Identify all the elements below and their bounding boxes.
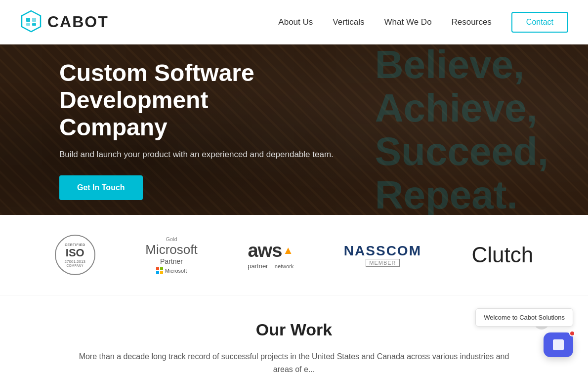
iso-main: ISO bbox=[66, 247, 84, 259]
nav-resources[interactable]: Resources bbox=[452, 17, 492, 27]
aws-logo-wrap: aws ▲ bbox=[248, 240, 294, 261]
partners-section: CERTIFIED ISO 27001:2013 COMPANY Gold Mi… bbox=[0, 215, 588, 295]
ms-sq-blue bbox=[156, 271, 159, 274]
nav-what-we-do[interactable]: What We Do bbox=[384, 17, 432, 27]
hero-section: Believe, Achieve, Succeed, Repeat. Custo… bbox=[0, 44, 588, 215]
aws-partner-text: partner network bbox=[248, 261, 294, 270]
ms-squares bbox=[156, 267, 163, 274]
chat-tooltip: Welcome to Cabot Solutions bbox=[475, 308, 573, 327]
ms-sq-green bbox=[160, 267, 163, 270]
ms-logo-row: Microsoft bbox=[156, 267, 187, 274]
ms-sq-yellow bbox=[160, 271, 163, 274]
chat-open-button[interactable] bbox=[544, 332, 573, 357]
chat-widget: Welcome to Cabot Solutions Revain bbox=[534, 311, 573, 357]
iso-partner: CERTIFIED ISO 27001:2013 COMPANY bbox=[55, 235, 95, 275]
logo-text: CABOT bbox=[47, 13, 109, 31]
aws-partner: aws ▲ partner network bbox=[248, 240, 294, 270]
logo[interactable]: CABOT bbox=[20, 10, 109, 35]
nasscom-text: NASSCOM bbox=[344, 243, 421, 259]
iso-company: COMPANY bbox=[67, 264, 84, 267]
iso-badge: CERTIFIED ISO 27001:2013 COMPANY bbox=[55, 235, 95, 275]
svg-rect-1 bbox=[26, 18, 30, 22]
svg-rect-3 bbox=[26, 23, 30, 26]
svg-rect-2 bbox=[32, 18, 36, 22]
our-work-description: More than a decade long track record of … bbox=[72, 350, 516, 372]
microsoft-partner: Gold Microsoft Partner Microsoft bbox=[145, 236, 197, 274]
hero-cta-button[interactable]: Get In Touch bbox=[59, 175, 143, 200]
nav-verticals[interactable]: Verticals bbox=[333, 17, 364, 27]
hero-subtitle: Build and launch your product with an ex… bbox=[59, 150, 371, 160]
hero-content: Custom Software Development Company Buil… bbox=[0, 59, 371, 201]
nasscom-partner: NASSCOM MEMBER bbox=[344, 243, 421, 267]
nav-links: About Us Verticals What We Do Resources … bbox=[278, 12, 568, 33]
logo-icon bbox=[20, 10, 42, 35]
ms-microsoft-text: Microsoft bbox=[165, 268, 187, 274]
iso-number: 27001:2013 bbox=[65, 259, 85, 264]
nasscom-member: MEMBER bbox=[366, 259, 399, 267]
chat-notification-dot bbox=[569, 331, 575, 336]
svg-rect-4 bbox=[32, 23, 36, 26]
aws-arrow-icon: ▲ bbox=[283, 244, 294, 257]
ms-sq-red bbox=[156, 267, 159, 270]
ms-name: Microsoft bbox=[145, 242, 197, 257]
navbar: CABOT About Us Verticals What We Do Reso… bbox=[0, 0, 588, 44]
svg-marker-0 bbox=[22, 11, 41, 32]
contact-button[interactable]: Contact bbox=[511, 12, 568, 33]
clutch-partner: Clutch bbox=[471, 243, 533, 267]
iso-certified: CERTIFIED bbox=[65, 243, 85, 247]
ms-partner-text: Partner bbox=[160, 257, 183, 265]
chat-tooltip-text: Welcome to Cabot Solutions bbox=[484, 314, 565, 321]
clutch-text: Clutch bbox=[471, 243, 533, 267]
our-work-section: Our Work More than a decade long track r… bbox=[0, 295, 588, 372]
hero-title: Custom Software Development Company bbox=[59, 59, 371, 141]
aws-text: aws bbox=[248, 240, 282, 261]
ms-gold-label: Gold bbox=[166, 236, 177, 242]
nav-about-us[interactable]: About Us bbox=[278, 17, 313, 27]
